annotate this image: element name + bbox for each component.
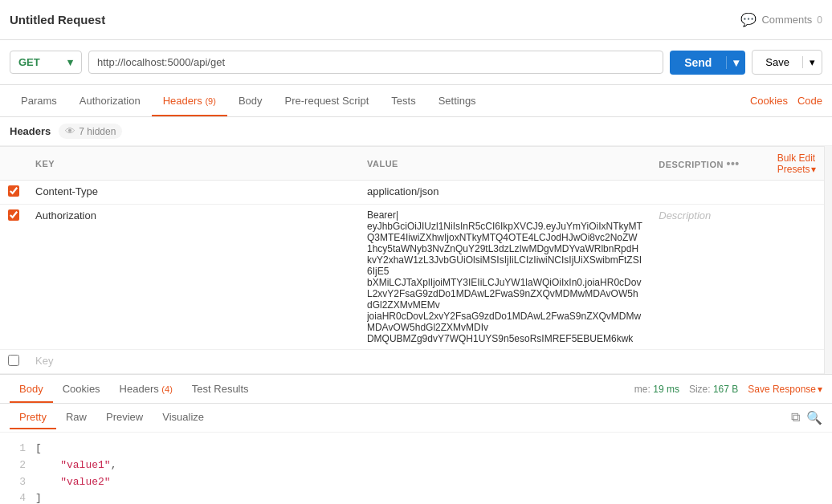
tab-params[interactable]: Params bbox=[10, 87, 68, 116]
row2-description[interactable]: Description bbox=[651, 205, 769, 350]
ctab-visualize[interactable]: Visualize bbox=[153, 406, 214, 429]
code-tabs-row: Pretty Raw Preview Visualize ⧉ 🔍 bbox=[0, 404, 832, 433]
jwt-value-text[interactable]: Bearer|eyJhbGciOiJIUzl1NiIsInR5cCI6IkpXV… bbox=[367, 209, 642, 344]
send-dropdown-arrow[interactable]: ▾ bbox=[726, 56, 745, 69]
row1-value[interactable]: application/json bbox=[359, 181, 651, 205]
size-value: 167 B bbox=[713, 384, 738, 395]
presets-chevron-icon: ▾ bbox=[811, 164, 816, 175]
table-row: Key bbox=[0, 350, 832, 374]
response-tabs: Body Cookies Headers (4) Test Results bbox=[10, 376, 259, 402]
line-num-3: 3 bbox=[10, 474, 26, 491]
top-right-actions: 💬 Comments 0 bbox=[740, 12, 822, 27]
rtab-test-results[interactable]: Test Results bbox=[182, 376, 259, 403]
table-row: Authorization Bearer|eyJhbGciOiJIUzl1NiI… bbox=[0, 205, 832, 350]
checkbox-cell-2[interactable] bbox=[0, 205, 27, 350]
copy-icon[interactable]: ⧉ bbox=[791, 410, 800, 425]
row1-actions bbox=[769, 181, 832, 205]
rtab-cookies[interactable]: Cookies bbox=[53, 376, 110, 403]
row3-checkbox[interactable] bbox=[8, 355, 19, 366]
col-value-header: VALUE bbox=[359, 147, 651, 181]
headers-title: Headers bbox=[10, 125, 51, 137]
col-key-header: KEY bbox=[27, 147, 359, 181]
headers-column-row: KEY VALUE DESCRIPTION ••• Bulk Edit Pres… bbox=[0, 147, 832, 181]
send-label: Send bbox=[670, 56, 726, 69]
method-label: GET bbox=[18, 56, 40, 68]
right-scrollbar[interactable] bbox=[824, 146, 832, 374]
method-dropdown[interactable]: GET ▾ bbox=[10, 51, 82, 74]
row2-key[interactable]: Authorization bbox=[27, 205, 359, 350]
url-input[interactable] bbox=[88, 51, 663, 74]
headers-table-container: KEY VALUE DESCRIPTION ••• Bulk Edit Pres… bbox=[0, 146, 832, 374]
tab-body[interactable]: Body bbox=[227, 87, 274, 116]
ctab-preview[interactable]: Preview bbox=[96, 406, 153, 429]
row1-description[interactable] bbox=[651, 181, 769, 205]
save-dropdown-arrow[interactable]: ▾ bbox=[802, 56, 822, 68]
line-content-1: [ bbox=[35, 441, 42, 457]
checkbox-cell-1[interactable] bbox=[0, 181, 27, 205]
ctab-pretty[interactable]: Pretty bbox=[10, 406, 56, 429]
rtab-headers[interactable]: Headers (4) bbox=[110, 376, 182, 403]
row2-value[interactable]: Bearer|eyJhbGciOiJIUzl1NiIsInR5cCI6IkpXV… bbox=[359, 205, 651, 350]
line-content-2: "value1", bbox=[35, 457, 116, 474]
headers-table-wrapper: KEY VALUE DESCRIPTION ••• Bulk Edit Pres… bbox=[0, 146, 832, 374]
row1-key[interactable]: Content-Type bbox=[27, 181, 359, 205]
code-line-3: 3 "value2" bbox=[10, 474, 822, 491]
tab-authorization[interactable]: Authorization bbox=[68, 87, 152, 116]
response-area: Body Cookies Headers (4) Test Results me… bbox=[0, 374, 832, 504]
headers-section-header: Headers 👁 7 hidden bbox=[0, 117, 832, 146]
headers-badge: (9) bbox=[205, 96, 215, 106]
eye-icon: 👁 bbox=[65, 125, 75, 137]
request-tabs-row: Params Authorization Headers (9) Body Pr… bbox=[0, 85, 832, 117]
save-response-button[interactable]: Save Response ▾ bbox=[748, 384, 822, 395]
response-size: Size: 167 B bbox=[689, 384, 738, 395]
line-content-4: ] bbox=[35, 490, 42, 504]
save-button[interactable]: Save ▾ bbox=[752, 50, 822, 75]
code-link[interactable]: Code bbox=[797, 95, 822, 107]
time-value: 19 ms bbox=[653, 384, 679, 395]
response-meta: me: 19 ms Size: 167 B Save Response ▾ bbox=[634, 384, 822, 395]
headers-table: KEY VALUE DESCRIPTION ••• Bulk Edit Pres… bbox=[0, 146, 832, 374]
row2-checkbox[interactable] bbox=[8, 209, 19, 221]
row1-checkbox[interactable] bbox=[8, 185, 19, 197]
table-row: Content-Type application/json bbox=[0, 181, 832, 205]
hidden-count: 7 hidden bbox=[79, 126, 116, 137]
response-time: me: 19 ms bbox=[634, 384, 679, 395]
row3-description[interactable] bbox=[651, 350, 769, 374]
key-placeholder[interactable]: Key bbox=[35, 355, 53, 367]
code-tabs: Pretty Raw Preview Visualize bbox=[10, 406, 214, 429]
row3-value[interactable] bbox=[359, 350, 651, 374]
line-num-2: 2 bbox=[10, 457, 26, 474]
tab-pre-request-script[interactable]: Pre-request Script bbox=[274, 87, 381, 116]
cookies-link[interactable]: Cookies bbox=[750, 95, 788, 107]
time-label: me: bbox=[634, 384, 653, 395]
col-desc-header: DESCRIPTION ••• bbox=[651, 147, 769, 181]
search-icon[interactable]: 🔍 bbox=[806, 410, 822, 425]
code-line-1: 1 [ bbox=[10, 441, 822, 457]
presets-button[interactable]: Presets ▾ bbox=[777, 164, 824, 175]
checkbox-cell-3[interactable] bbox=[0, 350, 27, 374]
rtab-body[interactable]: Body bbox=[10, 376, 53, 403]
code-area: 1 [ 2 "value1", 3 "value2" 4 ] bbox=[0, 433, 832, 504]
col-actions-header: Bulk Edit Presets ▾ bbox=[769, 147, 832, 181]
bulk-edit-button[interactable]: Bulk Edit bbox=[777, 152, 815, 164]
row2-actions bbox=[769, 205, 832, 350]
app-title: Untitled Request bbox=[10, 13, 105, 26]
tab-headers[interactable]: Headers (9) bbox=[152, 87, 227, 116]
hidden-headers-badge[interactable]: 👁 7 hidden bbox=[59, 124, 122, 139]
comments-label[interactable]: Comments bbox=[761, 14, 812, 26]
send-button[interactable]: Send ▾ bbox=[670, 51, 745, 75]
description-options-icon[interactable]: ••• bbox=[726, 157, 739, 170]
row3-key[interactable]: Key bbox=[27, 350, 359, 374]
line-num-1: 1 bbox=[10, 441, 26, 457]
request-tabs: Params Authorization Headers (9) Body Pr… bbox=[10, 86, 487, 116]
tab-settings[interactable]: Settings bbox=[427, 87, 487, 116]
response-headers-badge: (4) bbox=[161, 384, 172, 394]
tab-tests[interactable]: Tests bbox=[380, 87, 426, 116]
save-label: Save bbox=[752, 56, 802, 68]
comments-icon: 💬 bbox=[740, 12, 757, 27]
line-num-4: 4 bbox=[10, 490, 26, 504]
ctab-raw[interactable]: Raw bbox=[56, 406, 96, 429]
code-line-4: 4 ] bbox=[10, 490, 822, 504]
description-placeholder[interactable]: Description bbox=[659, 209, 711, 222]
save-response-chevron-icon: ▾ bbox=[818, 384, 822, 395]
